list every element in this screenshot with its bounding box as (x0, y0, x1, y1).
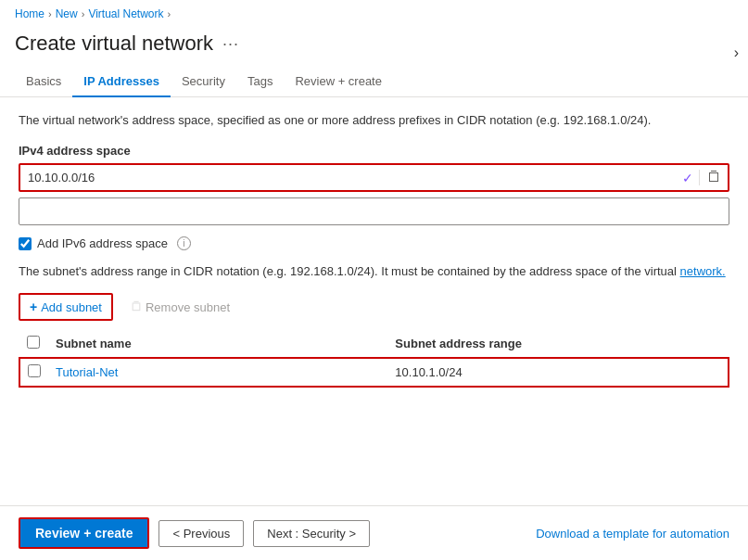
previous-label: < Previous (172, 527, 230, 541)
ipv6-checkbox[interactable] (19, 237, 32, 250)
subnet-address-range: 10.10.1.0/24 (387, 358, 729, 387)
page-title: Create virtual network (15, 32, 213, 56)
ipv4-label: IPv4 address space (19, 144, 729, 158)
breadcrumb-virtual-network[interactable]: Virtual Network (88, 7, 163, 20)
next-security-label: Next : Security > (267, 527, 356, 541)
svg-rect-0 (709, 172, 718, 173)
subnet-description: The subnet's address range in CIDR notat… (19, 263, 729, 280)
ipv6-info-icon[interactable]: i (177, 236, 191, 250)
subnet-table: Subnet name Subnet address range Tutoria… (19, 330, 729, 388)
add-subnet-label: Add subnet (41, 300, 102, 314)
previous-button[interactable]: < Previous (158, 520, 244, 547)
breadcrumb-chevron-2: › (82, 8, 85, 19)
svg-rect-2 (709, 173, 710, 181)
subnet-select-all-checkbox[interactable] (27, 336, 40, 349)
breadcrumb-home[interactable]: Home (15, 7, 44, 20)
description-text: The virtual network's address space, spe… (19, 112, 729, 129)
svg-rect-8 (139, 303, 140, 310)
add-subnet-button[interactable]: + Add subnet (19, 293, 113, 321)
remove-subnet-label: Remove subnet (146, 300, 230, 314)
collapse-arrow-button[interactable]: › (734, 45, 739, 61)
ipv6-checkbox-row: Add IPv6 address space i (19, 236, 729, 250)
subnet-name-link[interactable]: Tutorial-Net (56, 365, 118, 379)
svg-rect-9 (133, 310, 141, 311)
tab-review-create[interactable]: Review + create (284, 67, 393, 97)
remove-subnet-icon (131, 300, 142, 314)
tab-basics[interactable]: Basics (15, 67, 72, 97)
tab-security[interactable]: Security (171, 67, 236, 97)
download-template-label: Download a template for automation (536, 527, 729, 541)
ipv4-empty-input-row[interactable] (19, 197, 729, 225)
breadcrumb-new[interactable]: New (56, 7, 78, 20)
table-row: Tutorial-Net 10.10.1.0/24 (19, 358, 729, 387)
subnet-network-link[interactable]: network. (680, 264, 726, 278)
page-title-area: Create virtual network ··· (0, 28, 748, 67)
ipv4-address-input[interactable] (20, 165, 677, 190)
subnet-name-header: Subnet name (48, 330, 387, 358)
ipv4-section: IPv4 address space ✓ (19, 144, 729, 225)
ipv4-check-icon: ✓ (677, 171, 699, 185)
breadcrumb-chevron-1: › (48, 8, 52, 19)
breadcrumb-chevron-3: › (168, 8, 171, 19)
footer: Review + create < Previous Next : Securi… (0, 505, 748, 560)
remove-subnet-button[interactable]: Remove subnet (120, 295, 240, 320)
subnet-actions-row: + Add subnet Remove subnet (19, 293, 729, 321)
subnet-range-header: Subnet address range (387, 330, 729, 358)
download-template-button[interactable]: Download a template for automation (536, 527, 729, 541)
tab-tags[interactable]: Tags (236, 67, 284, 97)
breadcrumb: Home › New › Virtual Network › (0, 0, 748, 28)
svg-rect-6 (133, 301, 138, 302)
subnet-row-checkbox[interactable] (28, 364, 41, 377)
ipv6-checkbox-label[interactable]: Add IPv6 address space (37, 236, 168, 250)
ellipsis-menu-button[interactable]: ··· (222, 34, 239, 54)
svg-rect-5 (133, 302, 141, 303)
svg-rect-3 (717, 173, 718, 181)
review-create-button[interactable]: Review + create (19, 517, 149, 549)
ipv4-delete-button[interactable] (699, 170, 728, 185)
ipv4-address-row: ✓ (19, 163, 729, 192)
svg-rect-1 (711, 171, 716, 172)
tabs-container: Basics IP Addresses Security Tags Review… (0, 67, 748, 97)
svg-rect-4 (709, 181, 718, 182)
content-area: The virtual network's address space, spe… (0, 97, 748, 402)
plus-icon: + (30, 299, 37, 314)
next-security-button[interactable]: Next : Security > (253, 520, 370, 547)
tab-ip-addresses[interactable]: IP Addresses (72, 67, 171, 97)
review-create-label: Review + create (35, 526, 133, 541)
svg-rect-7 (133, 303, 133, 310)
